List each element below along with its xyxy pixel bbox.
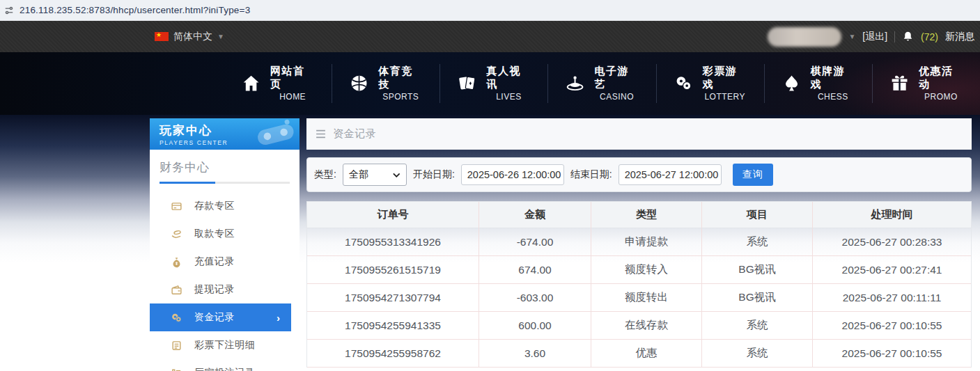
- sidebar-item-withdrawal-records[interactable]: 提现记录: [150, 276, 291, 303]
- nav-label-zh: 体育竞技: [378, 65, 423, 91]
- select-chevron-down-icon: [393, 173, 400, 177]
- cell-process-time: 2025-06-27 00:28:33: [813, 228, 971, 256]
- col-header-order-no: 订单号: [307, 202, 479, 228]
- sidebar-item-label: 提现记录: [194, 283, 235, 296]
- deposit-card-icon: [171, 200, 182, 212]
- nav-label-zh: 彩票游戏: [703, 65, 747, 91]
- sidebar-item-withdraw-zone[interactable]: 取款专区: [150, 220, 291, 248]
- roulette-icon: [565, 73, 585, 94]
- cell-type: 额度转出: [591, 284, 702, 312]
- finance-center-section: 财务中心: [160, 159, 290, 184]
- spade-icon: [781, 73, 802, 94]
- wallet-icon: [171, 284, 182, 296]
- section-underline: [160, 182, 290, 184]
- cell-order-no: 1750954271307794: [307, 284, 479, 312]
- user-chevron-down-icon[interactable]: ▼: [848, 33, 855, 40]
- screen: 216.118.235.52:8783/hhcp/usercenter.html…: [0, 0, 980, 371]
- table-row: 1750954255958762 3.60 优惠 系统 2025-06-27 0…: [307, 340, 971, 368]
- logout-link[interactable]: [退出]: [862, 31, 887, 43]
- start-date-input[interactable]: [461, 164, 564, 185]
- nav-label-zh: 电子游艺: [595, 65, 639, 91]
- sidebar-item-label: 存款专区: [194, 200, 235, 212]
- nav-label-en: LIVES: [496, 92, 522, 102]
- cell-order-no: 1750954255958762: [307, 340, 479, 368]
- finance-center-label: 财务中心: [160, 159, 290, 182]
- nav-item-casino[interactable]: 电子游艺CASINO: [547, 64, 655, 103]
- sidebar-item-deposit-zone[interactable]: 存款专区: [150, 192, 291, 220]
- topbar-right: ▼ [退出] (72) 新消息: [768, 21, 974, 52]
- language-chevron-down-icon: ▼: [217, 33, 224, 40]
- nav-label-zh: 真人视讯: [486, 65, 531, 91]
- list-icon: [171, 368, 182, 371]
- new-messages-link[interactable]: 新消息: [945, 31, 974, 43]
- query-button[interactable]: 查询: [733, 164, 773, 186]
- cell-type: 额度转入: [591, 256, 702, 284]
- table-row: 1750955261515719 674.00 额度转入 BG视讯 2025-0…: [307, 256, 971, 284]
- lottery-balls-icon: [674, 73, 694, 94]
- nav-item-chess[interactable]: 棋牌游戏CHESS: [764, 64, 872, 103]
- funds-table: 订单号 金额 类型 项目 处理时间 1750955313341926 -674.…: [306, 201, 972, 368]
- language-selector[interactable]: ★ 简体中文 ▼: [155, 21, 224, 52]
- col-header-amount: 金额: [479, 202, 591, 228]
- cell-order-no: 1750954255941335: [307, 312, 479, 340]
- sidebar-item-funds-records[interactable]: 资金记录 ›: [150, 303, 291, 331]
- cell-process-time: 2025-06-27 00:10:55: [813, 340, 971, 368]
- money-bag-icon: [171, 256, 182, 268]
- gift-icon: [889, 73, 910, 94]
- nav-item-promo[interactable]: 优惠活动PROMO: [872, 64, 980, 103]
- nav-label-en: PROMO: [924, 92, 958, 102]
- cell-process-time: 2025-06-27 00:10:55: [813, 312, 971, 340]
- nav-item-sports[interactable]: 体育竞技SPORTS: [332, 64, 440, 103]
- sidebar-item-lottery-bet-details[interactable]: 彩票下注明细: [150, 331, 291, 359]
- cell-amount: -603.00: [479, 284, 591, 312]
- bell-icon[interactable]: [902, 31, 914, 42]
- sidebar-item-hall-bet-records[interactable]: 厅室投注记录: [150, 359, 291, 371]
- col-header-project: 项目: [702, 202, 813, 228]
- type-select-value: 全部: [349, 168, 368, 181]
- nav-label-en: CASINO: [600, 92, 634, 102]
- chevron-right-icon: ›: [277, 313, 280, 323]
- table-header-row: 订单号 金额 类型 项目 处理时间: [307, 202, 971, 228]
- start-date-label: 开始日期:: [413, 168, 455, 181]
- browser-address-bar[interactable]: 216.118.235.52:8783/hhcp/usercenter.html…: [0, 0, 980, 21]
- sidebar-item-label: 彩票下注明细: [194, 339, 255, 352]
- url-text[interactable]: 216.118.235.52:8783/hhcp/usercenter.html…: [20, 5, 250, 15]
- nav-label-en: LOTTERY: [704, 92, 745, 102]
- main-content: 资金记录 类型: 全部 开始日期: 结束日期: 查询 订单号 金额 类型 项目 …: [306, 118, 972, 368]
- end-date-input[interactable]: [619, 164, 722, 185]
- type-select[interactable]: 全部: [343, 164, 407, 186]
- sidebar: 玩家中心 PLAYERS CENTER 财务中心 存款专区 取款专区: [150, 118, 300, 371]
- nav-item-home[interactable]: 网站首页HOME: [224, 64, 332, 103]
- nav-item-lottery[interactable]: 彩票游戏LOTTERY: [656, 64, 764, 103]
- cell-type: 在线存款: [591, 312, 702, 340]
- language-label: 简体中文: [173, 31, 212, 43]
- sidebar-menu: 存款专区 取款专区 充值记录 提现记录: [150, 192, 300, 371]
- sidebar-item-label: 充值记录: [194, 255, 235, 268]
- site-info-icon[interactable]: [4, 6, 14, 15]
- cell-order-no: 1750955313341926: [307, 228, 479, 256]
- cell-project: 系统: [702, 340, 813, 368]
- sidebar-item-label: 厅室投注记录: [194, 367, 255, 371]
- menu-lines-icon: [315, 129, 327, 139]
- topbar: ★ 简体中文 ▼ ▼ [退出] (72) 新消息: [0, 21, 980, 52]
- col-header-type: 类型: [591, 202, 702, 228]
- cell-amount: 3.60: [479, 340, 591, 368]
- nav-label-en: CHESS: [818, 92, 848, 102]
- main-nav: 网站首页HOME 体育竞技SPORTS 真人视讯LIVES 电子游艺CASINO: [0, 52, 980, 115]
- end-date-label: 结束日期:: [570, 168, 612, 181]
- sidebar-item-label: 取款专区: [194, 228, 235, 240]
- col-header-process-time: 处理时间: [813, 202, 971, 228]
- cell-amount: 600.00: [479, 312, 591, 340]
- cell-process-time: 2025-06-27 00:11:11: [813, 284, 971, 312]
- table-row: 1750954271307794 -603.00 额度转出 BG视讯 2025-…: [307, 284, 971, 312]
- topbar-divider: [894, 31, 895, 42]
- players-center-header: 玩家中心 PLAYERS CENTER: [150, 118, 300, 150]
- sidebar-item-recharge-records[interactable]: 充值记录: [150, 248, 291, 276]
- message-count-badge[interactable]: (72): [921, 31, 938, 42]
- cell-process-time: 2025-06-27 00:27:41: [813, 256, 971, 284]
- cell-project: 系统: [702, 312, 813, 340]
- nav-label-zh: 棋牌游戏: [811, 65, 855, 91]
- cell-type: 优惠: [591, 340, 702, 368]
- nav-item-lives[interactable]: 真人视讯LIVES: [440, 64, 547, 103]
- breadcrumb: 资金记录: [306, 118, 972, 150]
